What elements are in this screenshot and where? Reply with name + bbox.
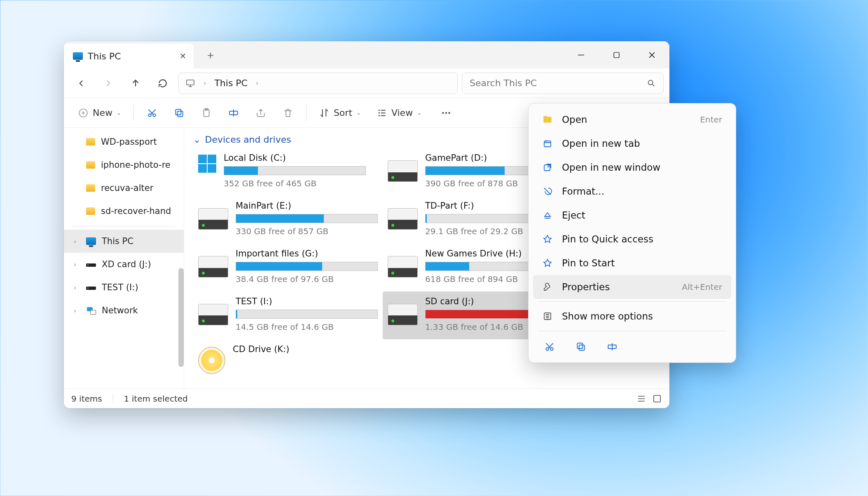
navigation-pane[interactable]: WD-passportiphone-photo-rerecuva-altersd… (64, 128, 184, 388)
drive-item[interactable]: CD Drive (K:) (193, 339, 383, 381)
search-box[interactable] (462, 73, 664, 94)
search-icon[interactable] (647, 79, 656, 88)
chevron-right-icon: › (204, 79, 206, 87)
refresh-button[interactable] (151, 72, 174, 95)
sidebar-tree-item[interactable]: ›This PC (64, 230, 184, 253)
maximize-button[interactable] (599, 44, 634, 66)
pc-icon (86, 237, 96, 245)
drive-free-text: 14.5 GB free of 14.6 GB (236, 322, 378, 332)
context-menu-item[interactable]: Pin to Quick access (533, 227, 731, 251)
cut-button[interactable] (540, 338, 559, 356)
sidebar-quick-item[interactable]: sd-recover-hand (64, 200, 184, 223)
copy-button[interactable] (167, 102, 192, 124)
context-menu-item[interactable]: PropertiesAlt+Enter (533, 275, 731, 299)
drive-item[interactable]: TEST (I:)14.5 GB free of 14.6 GB (193, 291, 383, 339)
rename-button[interactable] (603, 338, 621, 356)
context-menu-item[interactable]: Open in new tab (533, 132, 731, 155)
expander-icon[interactable]: › (74, 307, 80, 315)
address-bar[interactable]: › This PC › (178, 73, 458, 94)
sidebar-item-label: TEST (I:) (102, 282, 138, 292)
svg-point-8 (153, 114, 156, 117)
svg-rect-24 (577, 343, 583, 348)
capacity-bar (236, 310, 378, 319)
context-menu-item[interactable]: Open in new window (533, 155, 731, 179)
separator (133, 105, 134, 121)
drive-item[interactable]: Important files (G:)38.4 GB free of 97.6… (193, 244, 383, 291)
wrench-icon (542, 282, 553, 292)
paste-button[interactable] (194, 102, 219, 124)
drive-name: CD Drive (K:) (233, 344, 378, 354)
sort-button[interactable]: Sort ⌄ (312, 102, 367, 124)
tab-close-button[interactable]: ✕ (180, 51, 187, 61)
context-menu-item[interactable]: Eject (533, 203, 731, 227)
sidebar-tree-item[interactable]: ›XD card (J:) (64, 253, 184, 276)
pin-icon (542, 258, 553, 268)
drive-icon (388, 304, 418, 325)
context-menu-item[interactable]: Format... (533, 179, 731, 203)
drive-free-text: 38.4 GB free of 97.6 GB (236, 274, 378, 284)
sidebar-item-label: sd-recover-hand (101, 206, 171, 216)
svg-rect-18 (544, 141, 551, 147)
drive-free-text: 330 GB free of 857 GB (236, 226, 378, 236)
scrollbar-thumb[interactable] (178, 268, 184, 367)
more-button[interactable] (434, 102, 459, 124)
sidebar-quick-item[interactable]: WD-passport (64, 130, 184, 153)
context-menu-label: Eject (562, 210, 585, 221)
drive-icon (86, 287, 96, 290)
capacity-bar (236, 214, 378, 223)
folder-icon (86, 207, 95, 215)
drive-name: TEST (I:) (236, 296, 378, 306)
context-menu-label: Pin to Quick access (562, 234, 653, 244)
drive-icon (388, 208, 418, 230)
up-button[interactable] (124, 72, 147, 95)
breadcrumb[interactable]: This PC (214, 78, 248, 88)
sidebar-tree-item[interactable]: ›TEST (I:) (64, 276, 184, 299)
folder-icon (542, 114, 553, 125)
new-button[interactable]: New ⌄ (71, 102, 128, 124)
new-tab-button[interactable]: ＋ (205, 48, 216, 62)
cut-button[interactable] (140, 102, 164, 124)
forward-button[interactable] (97, 72, 120, 95)
context-menu-item[interactable]: Pin to Start (533, 251, 731, 275)
drive-icon (86, 263, 96, 267)
rename-button[interactable] (221, 102, 246, 124)
chevron-down-icon: ⌄ (417, 110, 421, 116)
delete-button[interactable] (276, 102, 300, 124)
svg-rect-1 (614, 52, 619, 58)
group-title: Devices and drives (205, 134, 291, 145)
copy-button[interactable] (572, 338, 590, 356)
expander-icon[interactable]: › (74, 284, 80, 291)
back-button[interactable] (70, 72, 93, 95)
sidebar-quick-item[interactable]: recuva-alter (64, 176, 184, 200)
sidebar-tree-item[interactable]: ›Network (64, 299, 184, 322)
chevron-right-icon[interactable]: › (256, 79, 258, 87)
drive-name: Local Disk (C:) (224, 153, 378, 163)
context-menu-label: Open in new tab (562, 138, 640, 149)
drive-item[interactable]: Local Disk (C:)352 GB free of 465 GB (193, 148, 383, 196)
item-count: 9 items (71, 394, 102, 404)
svg-point-5 (648, 80, 653, 85)
search-input[interactable] (470, 78, 647, 88)
context-menu-item[interactable]: OpenEnter (533, 108, 731, 132)
tab-this-pc[interactable]: This PC ✕ (64, 44, 194, 68)
close-button[interactable] (634, 44, 669, 66)
view-button[interactable]: View ⌄ (370, 102, 428, 124)
expander-icon[interactable]: › (74, 237, 80, 245)
chevron-down-icon: ⌄ (356, 110, 361, 116)
drive-item[interactable]: MainPart (E:)330 GB free of 857 GB (193, 196, 383, 244)
drive-free-text: 352 GB free of 465 GB (224, 179, 378, 188)
details-view-button[interactable] (636, 394, 646, 404)
tiles-view-button[interactable] (652, 394, 662, 404)
context-menu-item[interactable]: Show more options (533, 304, 731, 328)
sidebar-quick-item[interactable]: iphone-photo-re (64, 153, 184, 176)
share-button[interactable] (248, 102, 273, 124)
minimize-button[interactable] (563, 44, 599, 66)
window-controls (563, 44, 669, 66)
capacity-bar (224, 166, 366, 175)
sidebar-item-label: iphone-photo-re (101, 160, 171, 170)
tab-title: This PC (88, 51, 121, 61)
pin-icon (542, 234, 553, 244)
windows-logo-icon (198, 155, 216, 173)
folder-icon (86, 138, 95, 146)
expander-icon[interactable]: › (74, 261, 80, 268)
